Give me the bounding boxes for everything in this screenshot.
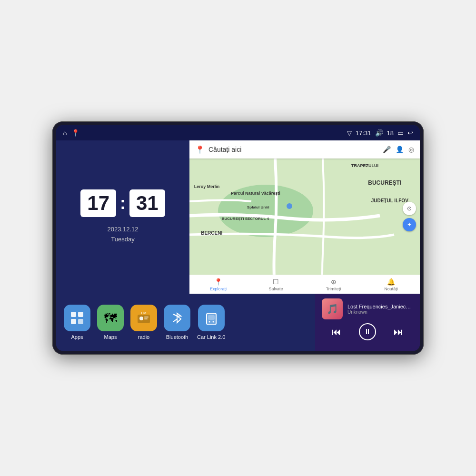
app-bluetooth[interactable]: Bluetooth [164, 305, 190, 340]
map-label-leroy: Leroy Merlin [194, 184, 220, 189]
main-content: 17 : 31 2023.12.12 Tuesday 📍 Căutați aic… [56, 140, 420, 351]
clock-date: 2023.12.12 Tuesday [107, 225, 138, 245]
map-search-bar: 📍 Căutați aici 🎤 👤 ◎ [189, 140, 420, 159]
apps-svg-icon [70, 311, 84, 325]
top-section: 17 : 31 2023.12.12 Tuesday 📍 Căutați aic… [56, 140, 420, 294]
device-frame: ⌂ 📍 ▽ 17:31 🔊 18 ▭ ↩ 17 : [52, 121, 424, 355]
map-location-btn[interactable]: ✦ [403, 218, 416, 231]
map-nav-news-label: Noutăți [384, 287, 398, 291]
clock-date-value: 2023.12.12 [107, 225, 138, 235]
status-right: ▽ 17:31 🔊 18 ▭ ↩ [347, 129, 413, 137]
clock-display: 17 : 31 [80, 189, 165, 217]
map-road-4 [339, 159, 341, 275]
clock-colon: : [120, 193, 126, 213]
app-radio[interactable]: FM radio [130, 305, 157, 340]
svg-point-8 [139, 317, 143, 320]
maps-emoji-icon: 🗺 [104, 310, 117, 326]
map-nav-explore-label: Explorați [210, 287, 227, 291]
map-label-berceni: BERCENI [201, 230, 222, 236]
map-compass-btn[interactable]: ⊙ [403, 202, 416, 215]
app-apps[interactable]: Apps [64, 305, 90, 340]
map-nav-send[interactable]: ⊕ Trimiteți [305, 278, 362, 291]
map-layers-icon[interactable]: ◎ [408, 146, 414, 153]
svg-point-17 [212, 321, 214, 323]
svg-rect-7 [138, 315, 150, 323]
maps-icon: 🗺 [97, 305, 124, 331]
map-panel[interactable]: 📍 Căutați aici 🎤 👤 ◎ [189, 140, 420, 294]
map-bottom-nav: 📍 Explorați ☐ Salvate ⊕ Trimiteți 🔔 [189, 275, 420, 294]
music-play-button[interactable]: ⏸ [359, 323, 376, 340]
svg-rect-6 [78, 319, 83, 324]
map-nav-send-icon: ⊕ [331, 278, 337, 286]
battery-level: 18 [387, 129, 394, 137]
map-label-park: Parcul Natural Văcărești [231, 191, 280, 196]
volume-icon: 🔊 [375, 129, 383, 137]
svg-rect-5 [71, 319, 76, 324]
map-controls: ⊙ ✦ [403, 202, 416, 231]
status-time: 17:31 [356, 129, 371, 137]
svg-rect-10 [144, 318, 148, 319]
apps-icon [64, 305, 90, 331]
map-label-trapezului: TRAPEZULUI [351, 163, 378, 168]
map-nav-saved[interactable]: ☐ Salvate [247, 278, 305, 291]
map-nav-explore[interactable]: 📍 Explorați [189, 278, 247, 291]
music-title: Lost Frequencies_Janieck Devy-... [347, 304, 413, 309]
carlink-icon [198, 305, 225, 331]
radio-svg-icon: FM [137, 311, 151, 325]
app-maps[interactable]: 🗺 Maps [97, 305, 124, 340]
status-left: ⌂ 📍 [63, 129, 79, 137]
battery-icon: ▭ [397, 129, 404, 137]
music-prev-button[interactable]: ⏮ [330, 325, 343, 339]
music-text: Lost Frequencies_Janieck Devy-... Unknow… [347, 304, 413, 315]
map-search-placeholder[interactable]: Căutați aici [208, 146, 379, 153]
music-thumbnail: 🎵 [322, 298, 343, 319]
map-nav-news[interactable]: 🔔 Noutăți [362, 278, 420, 291]
map-visual[interactable]: Parcul Natural Văcărești BUCUREȘTI JUDEȚ… [189, 159, 420, 275]
map-nav-saved-label: Salvate [268, 287, 283, 291]
svg-line-13 [173, 314, 177, 316]
map-nav-explore-icon: 📍 [214, 278, 222, 286]
bluetooth-svg-icon [170, 311, 184, 325]
map-nav-send-label: Trimiteți [326, 287, 341, 291]
map-account-icon[interactable]: 👤 [396, 146, 404, 153]
map-label-sector4: BUCUREȘTI SECTORUL 4 [222, 217, 269, 221]
app-carlink[interactable]: Car Link 2.0 [197, 305, 225, 340]
map-nav-news-icon: 🔔 [387, 278, 395, 286]
svg-line-12 [173, 319, 177, 322]
music-info: 🎵 Lost Frequencies_Janieck Devy-... Unkn… [322, 298, 413, 319]
radio-icon: FM [130, 305, 157, 331]
map-voice-icon[interactable]: 🎤 [383, 146, 391, 153]
music-next-button[interactable]: ⏭ [392, 325, 405, 339]
map-search-pin-icon: 📍 [195, 145, 205, 154]
clock-hours: 17 [80, 189, 116, 217]
svg-text:FM: FM [141, 311, 147, 315]
map-nav-saved-icon: ☐ [273, 278, 279, 286]
maps-label: Maps [104, 334, 117, 340]
signal-icon: ▽ [347, 129, 352, 137]
map-search-actions: 🎤 👤 ◎ [383, 146, 414, 153]
svg-rect-9 [144, 317, 149, 317]
clock-panel: 17 : 31 2023.12.12 Tuesday [56, 140, 189, 294]
bluetooth-icon [164, 305, 190, 331]
svg-rect-4 [78, 312, 83, 317]
svg-point-16 [208, 321, 210, 323]
apps-section: Apps 🗺 Maps [56, 294, 315, 351]
bottom-section: Apps 🗺 Maps [56, 294, 420, 351]
status-bar: ⌂ 📍 ▽ 17:31 🔊 18 ▭ ↩ [56, 125, 420, 140]
clock-minutes: 31 [129, 189, 165, 217]
radio-label: radio [138, 334, 149, 340]
svg-rect-15 [208, 315, 215, 320]
carlink-svg-icon [205, 311, 218, 325]
maps-pin-icon[interactable]: 📍 [71, 129, 79, 137]
music-controls: ⏮ ⏸ ⏭ [322, 323, 413, 340]
home-icon[interactable]: ⌂ [63, 129, 67, 137]
music-thumb-icon: 🎵 [327, 303, 338, 315]
music-artist: Unknown [347, 309, 413, 315]
map-label-bucuresti: BUCUREȘTI [368, 179, 401, 186]
bluetooth-label: Bluetooth [166, 334, 188, 340]
apps-label: Apps [71, 334, 83, 340]
clock-day: Tuesday [107, 235, 138, 245]
carlink-label: Car Link 2.0 [197, 334, 225, 340]
back-icon[interactable]: ↩ [407, 129, 413, 137]
map-label-splaiul: Splaiul Uniri [247, 205, 269, 209]
